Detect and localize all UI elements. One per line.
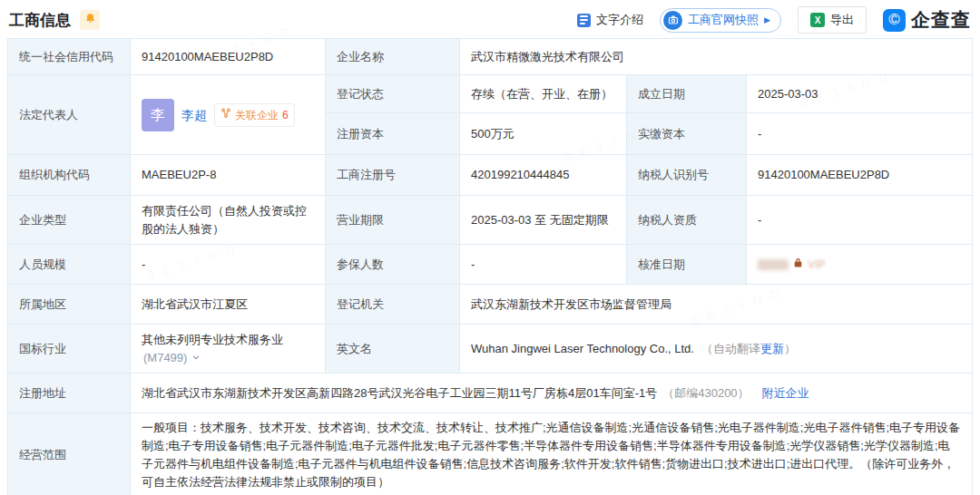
- registration-authority-value: 武汉东湖新技术开发区市场监督管理局: [460, 285, 972, 325]
- text-intro-button[interactable]: 文字介绍: [577, 12, 643, 28]
- legal-rep-cell: 李 李超 关联企业 6: [131, 75, 326, 155]
- taxpayer-qualification-label: 纳税人资质: [627, 196, 747, 245]
- staff-size-label: 人员规模: [8, 245, 131, 285]
- auto-translate-note: （自动翻译更新）: [701, 340, 796, 358]
- business-info-page: 8E34GD 8E34GD 8E34GD 8E34GD 8E34GD 8E34G…: [0, 0, 980, 495]
- industry-code: (M7499): [143, 349, 187, 367]
- company-name-value: 武汉市精微激光技术有限公司: [460, 39, 972, 75]
- establish-date-value: 2025-03-03: [747, 75, 972, 113]
- lock-icon: [792, 256, 804, 274]
- address-postcode: （邮编430200）: [662, 384, 749, 403]
- region-label: 所属地区: [8, 285, 131, 325]
- related-companies-count: 6: [282, 106, 289, 124]
- registration-authority-label: 登记机关: [326, 285, 460, 325]
- english-name-value: Wuhan Jingwei Laser Technology Co., Ltd.: [471, 340, 694, 358]
- approval-date-label: 核准日期: [627, 245, 747, 285]
- reg-status-label: 登记状态: [326, 75, 460, 113]
- approval-date-masked-value[interactable]: VIP: [747, 245, 972, 285]
- blurred-value-blob: [758, 259, 789, 270]
- official-snapshot-label: 工商官网快照: [688, 12, 759, 28]
- update-translation-link[interactable]: 更新: [760, 342, 784, 355]
- credit-code-label: 统一社会信用代码: [8, 39, 131, 75]
- play-arrow-icon: ▶: [764, 15, 770, 24]
- page-title: 工商信息: [9, 10, 71, 31]
- paid-capital-label: 实缴资本: [627, 113, 747, 155]
- establish-date-label: 成立日期: [627, 75, 747, 113]
- chevron-down-icon: [191, 349, 201, 367]
- business-scope-label: 经营范围: [8, 413, 131, 495]
- company-name-label: 企业名称: [326, 39, 460, 75]
- english-name-cell: Wuhan Jingwei Laser Technology Co., Ltd.…: [460, 325, 972, 374]
- related-companies-badge[interactable]: 关联企业 6: [214, 103, 295, 127]
- camera-snapshot-icon: [663, 11, 682, 30]
- company-type-label: 企业类型: [8, 196, 131, 245]
- business-term-label: 营业期限: [326, 196, 460, 245]
- insured-count-value: -: [460, 245, 627, 285]
- english-name-label: 英文名: [326, 325, 460, 374]
- text-intro-label: 文字介绍: [596, 12, 643, 28]
- address-cell: 湖北省武汉市东湖新技术开发区高新四路28号武汉光谷电子工业园三期11号厂房栋4层…: [131, 374, 972, 413]
- company-type-value: 有限责任公司（自然人投资或控股的法人独资）: [131, 196, 326, 245]
- reg-capital-label: 注册资本: [326, 113, 460, 155]
- taxpayer-qualification-value: -: [747, 196, 972, 245]
- address-value: 湖北省武汉市东湖新技术开发区高新四路28号武汉光谷电子工业园三期11号厂房栋4层…: [142, 384, 657, 403]
- business-term-value: 2025-03-03 至 无固定期限: [460, 196, 627, 245]
- insured-count-label: 参保人数: [326, 245, 460, 285]
- text-intro-icon: [577, 14, 591, 27]
- excel-icon: X: [810, 13, 825, 27]
- legal-rep-name-link[interactable]: 李超: [181, 106, 207, 124]
- legal-rep-avatar[interactable]: 李: [142, 99, 174, 131]
- org-code-value: MAEBEU2P-8: [131, 155, 326, 196]
- staff-size-value: -: [131, 245, 326, 285]
- related-companies-icon: [220, 106, 231, 124]
- section-header: 工商信息 文字介绍: [7, 0, 973, 38]
- qcc-brand-logo: © 企查查: [883, 7, 971, 33]
- org-code-label: 组织机构代码: [8, 155, 131, 196]
- reg-number-label: 工商注册号: [326, 155, 460, 196]
- legal-rep-label: 法定代表人: [8, 75, 131, 155]
- reg-number-value: 420199210444845: [460, 155, 627, 196]
- vip-masked-text: VIP: [808, 256, 825, 274]
- industry-label: 国标行业: [8, 325, 131, 374]
- business-info-table: 统一社会信用代码 91420100MAEBEU2P8D 企业名称 武汉市精微激光…: [7, 38, 973, 495]
- address-label: 注册地址: [8, 374, 131, 413]
- export-button[interactable]: X 导出: [798, 6, 867, 34]
- region-value: 湖北省武汉市江夏区: [131, 285, 326, 325]
- taxpayer-id-label: 纳税人识别号: [627, 155, 747, 196]
- industry-code-toggle[interactable]: (M7499): [142, 349, 201, 367]
- notification-bell-button[interactable]: [80, 10, 100, 30]
- export-label: 导出: [830, 12, 854, 28]
- credit-code-value: 91420100MAEBEU2P8D: [131, 39, 326, 75]
- business-scope-cell: 一般项目：技术服务、技术开发、技术咨询、技术交流、技术转让、技术推广;光通信设备…: [131, 413, 972, 495]
- nearby-companies-link[interactable]: 附近企业: [762, 384, 809, 403]
- reg-capital-value: 500万元: [460, 113, 627, 155]
- bell-icon: [84, 12, 96, 28]
- business-scope-value: 一般项目：技术服务、技术开发、技术咨询、技术交流、技术转让、技术推广;光通信设备…: [142, 419, 961, 491]
- related-companies-label: 关联企业: [235, 106, 279, 124]
- industry-cell: 其他未列明专业技术服务业 (M7499): [131, 325, 326, 374]
- qcc-logo-icon: ©: [883, 9, 906, 32]
- qcc-brand-name: 企查查: [911, 7, 971, 33]
- reg-status-value: 存续（在营、开业、在册）: [460, 75, 627, 113]
- industry-value: 其他未列明专业技术服务业: [142, 331, 283, 349]
- taxpayer-id-value: 91420100MAEBEU2P8D: [747, 155, 972, 196]
- paid-capital-value: -: [747, 113, 972, 155]
- official-snapshot-button[interactable]: 工商官网快照 ▶: [660, 8, 781, 33]
